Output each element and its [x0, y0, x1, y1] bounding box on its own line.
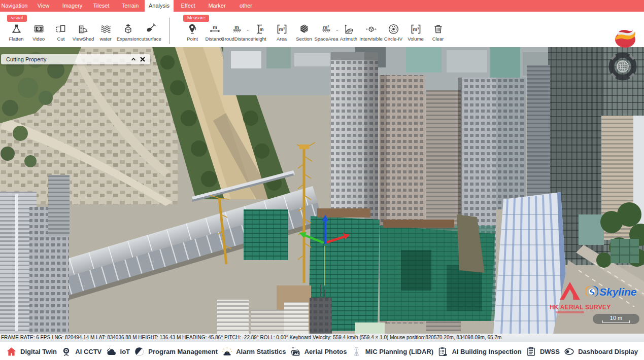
- tab-effect[interactable]: Effect: [174, 0, 202, 12]
- viewport-3d[interactable]: Cutting Property HK AERIAL SURVEY: [0, 47, 644, 334]
- toolbar-button-cut[interactable]: Cut: [50, 23, 72, 42]
- toolbar-label: Video: [32, 36, 45, 42]
- toolbar-button-grounddistance[interactable]: m GroudDistance ⌄: [226, 23, 248, 42]
- toolbar-button-height[interactable]: m Height: [248, 23, 270, 42]
- toolbar-button-azimuth[interactable]: Azimuth: [337, 23, 360, 42]
- toolbar-label: Circle-IV: [384, 36, 402, 42]
- toolbar-button-cutsurface[interactable]: cutsurface: [139, 23, 161, 42]
- tab-view[interactable]: View: [29, 0, 58, 12]
- mountain-icon: [555, 280, 585, 302]
- toolbar-button-intervisible[interactable]: Intervisible: [360, 23, 382, 42]
- skyline-text: Skyline: [599, 286, 637, 298]
- intervisible-icon: [365, 23, 378, 35]
- nav-label: Digital Twin: [20, 348, 57, 355]
- menu-bar: Navigation View Imagery Tileset Terrain …: [0, 0, 644, 12]
- bottom-nav: Digital Twin AI CCTV IoT Program Managem…: [0, 342, 644, 360]
- video-icon: [32, 23, 45, 35]
- space-area-icon: m²: [320, 23, 333, 35]
- toolbar-button-clear[interactable]: Clear: [427, 23, 449, 42]
- clear-icon: [432, 23, 445, 35]
- toolbar: visual Flatten Video Cut ViewShed water: [0, 12, 644, 47]
- toolbar-label: Expansion: [117, 36, 139, 42]
- cut-icon: [55, 23, 67, 35]
- azimuth-icon: [343, 23, 355, 35]
- nav-label: AI CCTV: [75, 348, 101, 355]
- toolbar-label: cutsurface: [139, 36, 161, 42]
- svg-text:m: m: [213, 24, 217, 30]
- tab-other[interactable]: other: [231, 0, 260, 12]
- cutting-property-panel: Cutting Property: [1, 54, 150, 64]
- app-window: Navigation View Imagery Tileset Terrain …: [0, 0, 644, 360]
- tab-navigation[interactable]: Navigation: [0, 0, 29, 12]
- toolbar-label: Area: [277, 36, 287, 42]
- cctv-icon: [61, 346, 72, 357]
- nav-item-dwss[interactable]: DWSS: [526, 346, 560, 357]
- scene-render: [0, 47, 644, 334]
- height-icon: m: [253, 23, 266, 35]
- toggle-icon: [564, 346, 574, 357]
- flatten-icon: [10, 23, 23, 35]
- toolbar-label: Height: [252, 36, 266, 42]
- close-icon: [140, 56, 146, 62]
- svg-text:m³: m³: [413, 26, 419, 32]
- toolbar-button-circle-iv[interactable]: Circle-IV: [382, 23, 404, 42]
- skyline-logo: Skyline: [585, 285, 637, 299]
- nav-item-mic-planning[interactable]: MiC Planning (LiDAR): [351, 346, 433, 357]
- nav-label: MiC Planning (LiDAR): [365, 348, 433, 355]
- tab-terrain[interactable]: Terrain: [116, 0, 145, 12]
- toolbar-label: Flatten: [9, 36, 23, 42]
- scale-bar: 10 m: [593, 314, 639, 324]
- nav-item-iot[interactable]: IoT: [106, 346, 130, 357]
- panel-title: Cutting Property: [6, 56, 46, 62]
- cutsurface-icon: [144, 23, 157, 35]
- toolbar-button-viewshed[interactable]: ViewShed: [72, 23, 94, 42]
- toolbar-group-measure: Measure Point m Distance m GroudDistance…: [176, 12, 451, 42]
- nav-label: Program Management: [148, 348, 218, 355]
- nav-item-ai-cctv[interactable]: AI CCTV: [61, 346, 101, 357]
- scene-left-towers: [0, 175, 70, 334]
- chevron-up-icon: [130, 56, 137, 62]
- toolbar-button-point[interactable]: Point: [181, 23, 204, 42]
- toolbar-label: water: [99, 36, 111, 42]
- toolbar-button-expansion[interactable]: Expansion: [117, 23, 139, 42]
- skyline-swirl-icon: [585, 285, 598, 299]
- group-badge-measure: Measure: [183, 15, 209, 22]
- nav-item-ai-building-inspection[interactable]: AI Building Inspection: [437, 346, 521, 357]
- toolbar-button-video[interactable]: Video: [27, 23, 50, 42]
- status-text: FRAME RATE: 6 FPS LNG: 820494.14 M LAT: …: [1, 335, 501, 340]
- section-icon: [298, 23, 311, 35]
- toolbar-button-water[interactable]: water: [94, 23, 117, 42]
- nav-label: Alarm Statistics: [236, 348, 286, 355]
- water-icon: [99, 23, 112, 35]
- close-button[interactable]: [138, 55, 147, 63]
- tab-analysis[interactable]: Analysis: [145, 0, 174, 12]
- toolbar-label: Volume: [408, 36, 424, 42]
- nav-label: IoT: [120, 348, 130, 355]
- svg-text:m²: m²: [279, 26, 285, 32]
- svg-text:m²: m²: [323, 24, 329, 30]
- nav-item-program-management[interactable]: Program Management: [134, 346, 218, 357]
- nav-item-alarm-statistics[interactable]: Alarm Statistics: [222, 346, 286, 357]
- company-logo: [613, 26, 638, 51]
- clipboard-icon: [526, 346, 536, 357]
- hk-aerial-survey-logo: HK AERIAL SURVEY: [550, 280, 590, 313]
- nav-label: Dashboard Display: [578, 348, 638, 355]
- toolbar-button-spacearea[interactable]: m² SpaceArea ⌄: [315, 23, 337, 42]
- nav-item-dashboard-display[interactable]: Dashboard Display: [564, 346, 638, 357]
- collapse-button[interactable]: [129, 55, 138, 63]
- tab-marker[interactable]: Marker: [202, 0, 231, 12]
- toolbar-label: Azimuth: [340, 36, 357, 42]
- toolbar-button-flatten[interactable]: Flatten: [5, 23, 27, 42]
- hk-tagline-decoration: [556, 311, 584, 313]
- area-icon: m²: [276, 23, 288, 35]
- nav-item-aerial-photos[interactable]: Aerial Photos: [290, 346, 347, 357]
- nav-item-digital-twin[interactable]: Digital Twin: [6, 346, 57, 357]
- toolbar-label: Clear: [432, 36, 444, 42]
- toolbar-button-area[interactable]: m² Area: [270, 23, 293, 42]
- toolbar-button-volume[interactable]: m³ Volume: [404, 23, 427, 42]
- tab-imagery[interactable]: Imagery: [58, 0, 87, 12]
- toolbar-button-section[interactable]: Section: [293, 23, 315, 42]
- distance-icon: m: [209, 23, 221, 35]
- hk-aerial-survey-text: HK AERIAL SURVEY: [550, 304, 590, 311]
- tab-tileset[interactable]: Tileset: [87, 0, 116, 12]
